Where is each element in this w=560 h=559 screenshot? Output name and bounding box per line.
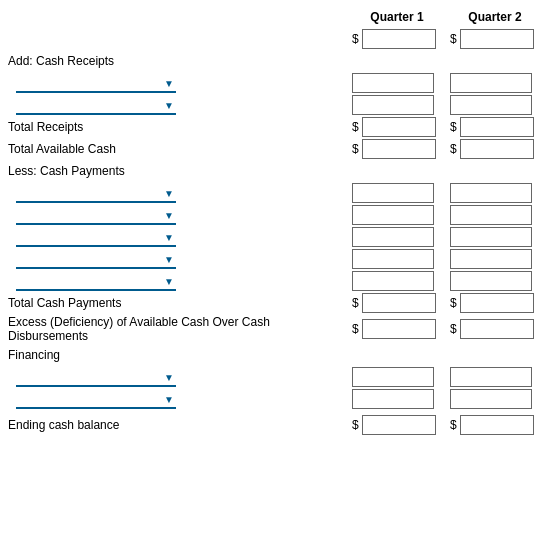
opening-balance-q2-input[interactable] — [460, 29, 534, 49]
quarter1-header: Quarter 1 — [352, 10, 442, 24]
total-receipts-label: Total Receipts — [0, 120, 344, 134]
opening-balance-q1-cell: $ — [352, 29, 442, 49]
payment-5-q1[interactable] — [352, 271, 434, 291]
receipt-dropdown-2-select[interactable] — [16, 95, 176, 115]
ending-cash-balance-row: Ending cash balance $ $ — [0, 414, 560, 436]
opening-balance-q1-input[interactable] — [362, 29, 436, 49]
excess-q2[interactable] — [460, 319, 534, 339]
financing-2-q2[interactable] — [450, 389, 532, 409]
payment-dropdown-5-row: ▼ — [0, 270, 560, 292]
less-cash-payments-label: Less: Cash Payments — [0, 164, 344, 178]
payment-1-q1[interactable] — [352, 183, 434, 203]
total-cash-payments-label: Total Cash Payments — [0, 296, 344, 310]
opening-balance-q2-cell: $ — [450, 29, 540, 49]
dollar-sign-q2: $ — [450, 32, 458, 46]
total-receipts-dollar-q1: $ — [352, 120, 360, 134]
payment-3-q1[interactable] — [352, 227, 434, 247]
receipt-2-q1-input[interactable] — [352, 95, 434, 115]
ending-cash-q1[interactable] — [362, 415, 436, 435]
add-cash-receipts-label: Add: Cash Receipts — [0, 54, 344, 68]
total-receipts-row: Total Receipts $ $ — [0, 116, 560, 138]
financing-label: Financing — [0, 348, 344, 362]
payment-3-q2[interactable] — [450, 227, 532, 247]
payment-dropdown-1-row: ▼ — [0, 182, 560, 204]
column-headers: Quarter 1 Quarter 2 — [0, 10, 560, 24]
dollar-sign-q1: $ — [352, 32, 360, 46]
less-cash-payments-row: Less: Cash Payments — [0, 160, 560, 182]
ending-cash-balance-label: Ending cash balance — [0, 418, 344, 432]
payment-dropdown-2-select[interactable] — [16, 205, 176, 225]
payment-dropdown-5-select[interactable] — [16, 271, 176, 291]
financing-row: Financing — [0, 344, 560, 366]
opening-balance-inputs: $ $ — [344, 29, 560, 49]
quarter2-header: Quarter 2 — [450, 10, 540, 24]
receipt-dropdown-1-wrapper: ▼ — [16, 73, 176, 93]
total-cash-payments-q1[interactable] — [362, 293, 436, 313]
receipt-dropdown-2-row: ▼ — [0, 94, 560, 116]
total-available-q1-input[interactable] — [362, 139, 436, 159]
financing-dropdown-2-row: ▼ — [0, 388, 560, 410]
payment-2-q1[interactable] — [352, 205, 434, 225]
total-cash-payments-row: Total Cash Payments $ $ — [0, 292, 560, 314]
receipt-dropdown-1-row: ▼ — [0, 72, 560, 94]
excess-deficiency-row: Excess (Deficiency) of Available Cash Ov… — [0, 314, 560, 344]
receipt-dropdown-2-wrapper: ▼ — [16, 95, 176, 115]
add-cash-receipts-row: Add: Cash Receipts — [0, 50, 560, 72]
excess-deficiency-label: Excess (Deficiency) of Available Cash Ov… — [0, 315, 344, 343]
total-available-q2-input[interactable] — [460, 139, 534, 159]
total-receipts-dollar-q2: $ — [450, 120, 458, 134]
total-cash-payments-q2[interactable] — [460, 293, 534, 313]
payment-dropdown-1-select[interactable] — [16, 183, 176, 203]
payment-dropdown-3-select[interactable] — [16, 227, 176, 247]
total-available-cash-row: Total Available Cash $ $ — [0, 138, 560, 160]
payment-dropdown-4-select[interactable] — [16, 249, 176, 269]
financing-dropdown-1-select[interactable] — [16, 367, 176, 387]
total-receipts-q1-input[interactable] — [362, 117, 436, 137]
payment-5-q2[interactable] — [450, 271, 532, 291]
financing-dropdown-1-row: ▼ — [0, 366, 560, 388]
receipt-2-q2-input[interactable] — [450, 95, 532, 115]
total-receipts-q2-input[interactable] — [460, 117, 534, 137]
payment-1-q2[interactable] — [450, 183, 532, 203]
payment-4-q1[interactable] — [352, 249, 434, 269]
ending-cash-q2[interactable] — [460, 415, 534, 435]
payment-dropdown-4-row: ▼ — [0, 248, 560, 270]
receipt-1-q1-input[interactable] — [352, 73, 434, 93]
payment-dropdown-2-row: ▼ — [0, 204, 560, 226]
payment-dropdown-3-row: ▼ — [0, 226, 560, 248]
payment-2-q2[interactable] — [450, 205, 532, 225]
financing-1-q2[interactable] — [450, 367, 532, 387]
excess-q1[interactable] — [362, 319, 436, 339]
financing-dropdown-2-select[interactable] — [16, 389, 176, 409]
financing-2-q1[interactable] — [352, 389, 434, 409]
receipt-dropdown-1-select[interactable] — [16, 73, 176, 93]
financing-1-q1[interactable] — [352, 367, 434, 387]
total-available-cash-label: Total Available Cash — [0, 142, 344, 156]
receipt-1-q2-input[interactable] — [450, 73, 532, 93]
opening-balance-row: $ $ — [0, 28, 560, 50]
cash-budget-table: Quarter 1 Quarter 2 $ $ Add: Cash Receip… — [0, 10, 560, 436]
payment-4-q2[interactable] — [450, 249, 532, 269]
